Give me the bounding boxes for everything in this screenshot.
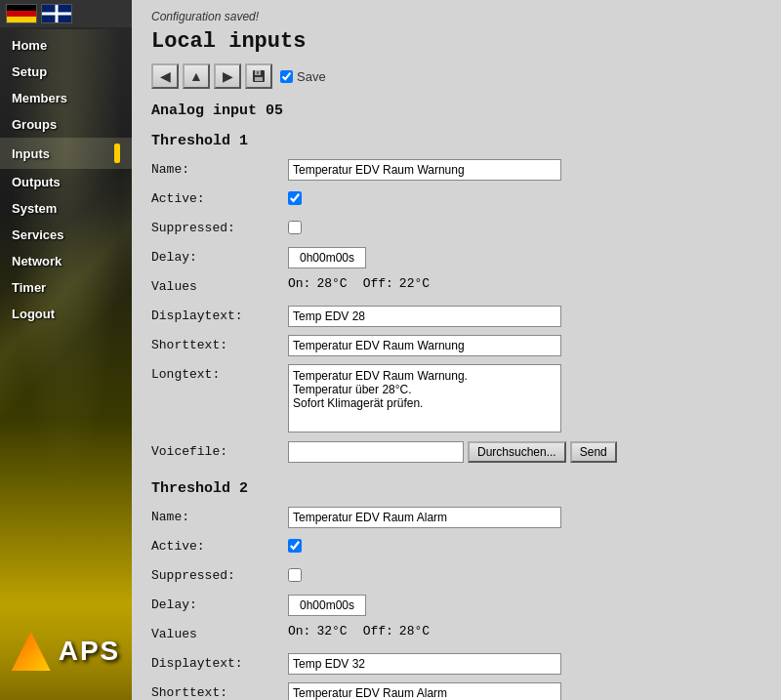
- t1-displaytext-input[interactable]: [288, 306, 561, 327]
- t2-active-control: [288, 536, 761, 556]
- t1-voicefile-row: Voicefile: Durchsuchen... Send: [151, 441, 761, 465]
- t2-active-checkbox[interactable]: [288, 539, 302, 553]
- t1-voicefile-label: Voicefile:: [151, 441, 288, 459]
- t2-delay-control: [288, 595, 761, 616]
- t2-displaytext-row: Displaytext:: [151, 653, 761, 677]
- t1-values-label: Values: [151, 276, 288, 294]
- t2-suppressed-label: Suppressed:: [151, 565, 288, 583]
- sidebar-item-system[interactable]: System: [0, 195, 132, 222]
- t2-values-label: Values: [151, 624, 288, 641]
- page-title: Local inputs: [151, 29, 761, 54]
- sidebar-logo: APS: [0, 602, 132, 700]
- t1-displaytext-label: Displaytext:: [151, 306, 288, 323]
- t1-active-row: Active:: [151, 188, 761, 212]
- aps-logo-text: APS: [59, 636, 121, 667]
- back-button[interactable]: ◀: [151, 63, 179, 89]
- t2-active-label: Active:: [151, 536, 288, 554]
- t1-on-label: On:: [288, 276, 310, 291]
- t2-shorttext-row: Shorttext:: [151, 682, 761, 700]
- t1-longtext-textarea[interactable]: [288, 364, 561, 432]
- config-saved-message: Configuration saved!: [151, 10, 761, 23]
- flag-german[interactable]: [6, 4, 37, 23]
- t2-off-label: Off:: [363, 624, 393, 638]
- t2-name-row: Name:: [151, 507, 761, 530]
- t1-suppressed-checkbox[interactable]: [288, 221, 302, 234]
- aps-logo-shape: [12, 632, 51, 671]
- t1-shorttext-row: Shorttext:: [151, 335, 761, 358]
- threshold-2-title: Threshold 2: [151, 480, 761, 497]
- save-label[interactable]: Save: [297, 69, 326, 84]
- t2-on-label: On:: [288, 624, 310, 638]
- sidebar-item-timer[interactable]: Timer: [0, 274, 132, 301]
- t2-on-value: 32°C: [316, 624, 347, 638]
- t1-name-row: Name:: [151, 159, 761, 183]
- t2-displaytext-control: [288, 653, 761, 675]
- t1-browse-button[interactable]: Durchsuchen...: [468, 441, 566, 463]
- sidebar-item-logout[interactable]: Logout: [0, 301, 132, 327]
- svg-rect-3: [257, 71, 259, 74]
- t2-name-label: Name:: [151, 507, 288, 524]
- sidebar: Home Setup Members Groups Inputs Outputs…: [0, 0, 132, 700]
- disk-icon: [252, 69, 266, 83]
- up-button[interactable]: ▲: [183, 63, 210, 89]
- t2-displaytext-input[interactable]: [288, 653, 561, 675]
- t1-active-control: [288, 188, 761, 208]
- t1-name-input[interactable]: [288, 159, 561, 181]
- t1-voicefile-control: Durchsuchen... Send: [288, 441, 761, 463]
- t1-suppressed-control: [288, 218, 761, 237]
- t1-voicefile-input[interactable]: [288, 441, 464, 463]
- analog-input-title: Analog input 05: [151, 103, 761, 119]
- main-content: Configuration saved! Local inputs ◀ ▲ ▶ …: [132, 0, 781, 700]
- sidebar-nav: Home Setup Members Groups Inputs Outputs…: [0, 27, 132, 327]
- t1-displaytext-control: [288, 306, 761, 327]
- sidebar-item-groups[interactable]: Groups: [0, 111, 132, 138]
- t1-delay-label: Delay:: [151, 247, 288, 265]
- t1-suppressed-label: Suppressed:: [151, 218, 288, 235]
- t2-delay-row: Delay:: [151, 595, 761, 618]
- t1-longtext-label: Longtext:: [151, 364, 288, 382]
- flag-bar: [0, 0, 132, 27]
- t1-delay-input[interactable]: [288, 247, 366, 268]
- toolbar: ◀ ▲ ▶ Save: [151, 63, 761, 89]
- t1-send-button[interactable]: Send: [570, 441, 617, 463]
- t2-shorttext-control: [288, 682, 761, 700]
- sidebar-item-home[interactable]: Home: [0, 32, 132, 59]
- t1-suppressed-row: Suppressed:: [151, 218, 761, 241]
- t2-suppressed-row: Suppressed:: [151, 565, 761, 589]
- t1-longtext-control: [288, 364, 761, 435]
- threshold-1-title: Threshold 1: [151, 133, 761, 149]
- t2-name-control: [288, 507, 761, 528]
- sidebar-item-outputs[interactable]: Outputs: [0, 169, 132, 195]
- sidebar-item-inputs[interactable]: Inputs: [0, 138, 132, 169]
- forward-button[interactable]: ▶: [214, 63, 241, 89]
- t2-delay-label: Delay:: [151, 595, 288, 612]
- t1-active-label: Active:: [151, 188, 288, 206]
- flag-english[interactable]: [41, 4, 72, 23]
- t1-on-value: 28°C: [316, 276, 347, 291]
- sidebar-item-services[interactable]: Services: [0, 222, 132, 248]
- t1-name-control: [288, 159, 761, 181]
- sidebar-item-network[interactable]: Network: [0, 248, 132, 274]
- t2-shorttext-label: Shorttext:: [151, 682, 288, 700]
- t2-delay-input[interactable]: [288, 595, 366, 616]
- save-checkbox[interactable]: [280, 70, 293, 83]
- sidebar-item-members[interactable]: Members: [0, 85, 132, 111]
- t2-shorttext-input[interactable]: [288, 682, 561, 700]
- save-disk-button[interactable]: [245, 63, 272, 89]
- t1-shorttext-input[interactable]: [288, 335, 561, 356]
- t2-suppressed-control: [288, 565, 761, 585]
- t2-suppressed-checkbox[interactable]: [288, 568, 302, 582]
- t2-name-input[interactable]: [288, 507, 561, 528]
- t1-longtext-row: Longtext:: [151, 364, 761, 435]
- sidebar-item-setup[interactable]: Setup: [0, 59, 132, 85]
- t1-values-row: Values On: 28°C Off: 22°C: [151, 276, 761, 300]
- t1-displaytext-row: Displaytext:: [151, 306, 761, 329]
- t1-active-checkbox[interactable]: [288, 191, 302, 205]
- t1-off-value: 22°C: [399, 276, 430, 291]
- save-area: Save: [280, 69, 326, 84]
- t2-displaytext-label: Displaytext:: [151, 653, 288, 671]
- t1-name-label: Name:: [151, 159, 288, 177]
- t1-delay-control: [288, 247, 761, 268]
- t1-values-control: On: 28°C Off: 22°C: [288, 276, 761, 291]
- t2-active-row: Active:: [151, 536, 761, 559]
